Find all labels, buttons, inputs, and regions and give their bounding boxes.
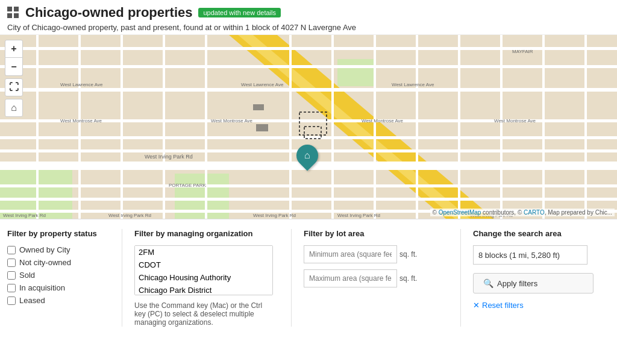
divider-1 <box>122 229 122 327</box>
reset-icon: ✕ <box>473 301 480 310</box>
zoom-out-button[interactable]: − <box>5 58 23 76</box>
svg-rect-28 <box>542 35 545 219</box>
max-area-unit: sq. ft. <box>399 274 417 283</box>
filter-panel: Filter by property status Owned by City … <box>0 219 617 336</box>
svg-text:West Lawrence Ave: West Lawrence Ave <box>60 82 103 87</box>
filter-org-section: Filter by managing organization 2FM CDOT… <box>134 229 279 327</box>
filter-search-title: Change the search area <box>473 229 594 238</box>
svg-rect-15 <box>0 198 617 201</box>
filter-area-title: Filter by lot area <box>304 229 448 238</box>
filter-org-title: Filter by managing organization <box>134 229 279 238</box>
status-leased-label: Leased <box>19 296 45 305</box>
min-area-unit: sq. ft. <box>399 250 417 259</box>
filter-status-title: Filter by property status <box>7 229 110 238</box>
home-marker-icon: ⌂ <box>304 150 310 161</box>
svg-rect-17 <box>36 35 39 219</box>
svg-text:PORTAGE PARK: PORTAGE PARK <box>169 183 206 188</box>
status-in-acquisition-checkbox[interactable] <box>7 284 16 292</box>
svg-rect-22 <box>289 35 292 219</box>
svg-text:West Irving Park Rd: West Irving Park Rd <box>3 213 46 218</box>
apply-filters-button[interactable]: 🔍 Apply filters <box>473 273 594 293</box>
svg-text:MAYFAIR: MAYFAIR <box>512 49 533 54</box>
svg-text:West Irving Park Rd: West Irving Park Rd <box>145 154 193 160</box>
svg-rect-49 <box>304 127 321 139</box>
zoom-in-button[interactable]: + <box>5 40 23 58</box>
svg-marker-5 <box>238 35 470 219</box>
page-title: Chicago-owned properties <box>25 5 192 20</box>
search-icon: 🔍 <box>483 278 493 288</box>
svg-rect-0 <box>0 35 617 219</box>
page-subtitle: City of Chicago-owned property, past and… <box>7 23 610 32</box>
svg-rect-21 <box>205 35 207 219</box>
svg-text:West Montrose Ave: West Montrose Ave <box>494 118 536 124</box>
map-attribution: © OpenStreetMap contributors, © CARTO, M… <box>430 209 615 216</box>
marker-pin: ⌂ <box>292 140 323 171</box>
status-leased-checkbox[interactable] <box>7 297 16 305</box>
svg-rect-14 <box>0 136 617 139</box>
svg-text:West Irving Park Rd: West Irving Park Rd <box>108 213 151 218</box>
apply-filters-label: Apply filters <box>497 279 537 288</box>
carto-link[interactable]: CARTO <box>524 209 545 216</box>
svg-rect-50 <box>256 124 268 131</box>
home-button[interactable]: ⌂ <box>5 99 23 117</box>
reset-filters-link[interactable]: ✕ Reset filters <box>473 301 594 310</box>
svg-text:West Irving Park Rd: West Irving Park Rd <box>337 213 380 218</box>
svg-rect-23 <box>331 35 334 219</box>
svg-rect-3 <box>337 59 374 86</box>
map-container[interactable]: West Irving Park Rd West Lawrence Ave We… <box>0 35 617 219</box>
svg-rect-26 <box>458 35 460 219</box>
svg-rect-13 <box>0 47 617 50</box>
status-owned-by-city[interactable]: Owned by City <box>7 245 110 254</box>
title-row: Chicago-owned properties updated with ne… <box>7 5 610 20</box>
svg-text:West Montrose Ave: West Montrose Ave <box>362 118 404 124</box>
filter-area-section: Filter by lot area sq. ft. sq. ft. <box>304 229 448 327</box>
svg-rect-29 <box>584 35 587 219</box>
status-in-acquisition[interactable]: In acquisition <box>7 283 110 292</box>
status-sold-label: Sold <box>19 271 35 280</box>
min-area-input[interactable] <box>304 245 397 263</box>
status-owned-by-city-checkbox[interactable] <box>7 246 16 254</box>
svg-rect-12 <box>0 65 617 68</box>
org-hint: Use the Command key (Mac) or the Ctrl ke… <box>134 301 273 327</box>
svg-text:West Irving Park Rd: West Irving Park Rd <box>253 213 296 218</box>
org-listbox[interactable]: 2FM CDOT Chicago Housing Authority Chica… <box>134 245 273 295</box>
org-option-2fm[interactable]: 2FM <box>135 246 272 259</box>
svg-rect-6 <box>0 88 617 92</box>
svg-text:West Lawrence Ave: West Lawrence Ave <box>241 82 284 87</box>
status-owned-by-city-label: Owned by City <box>19 245 70 254</box>
svg-marker-4 <box>229 35 494 219</box>
status-not-city-owned-label: Not city-owned <box>19 258 71 267</box>
fullscreen-button[interactable]: ⛶ <box>5 78 23 96</box>
org-option-cdot[interactable]: CDOT <box>135 259 272 271</box>
map-controls: + − ⛶ ⌂ <box>5 40 23 117</box>
svg-rect-7 <box>0 119 617 122</box>
svg-rect-2 <box>175 174 229 219</box>
filter-status-section: Filter by property status Owned by City … <box>7 229 110 327</box>
svg-rect-10 <box>0 184 617 187</box>
search-area-input[interactable]: 8 blocks (1 mi, 5,280 ft) <box>473 245 587 265</box>
svg-text:West Montrose Ave: West Montrose Ave <box>211 118 253 124</box>
divider-2 <box>291 229 292 327</box>
osm-link[interactable]: OpenStreetMap <box>439 209 481 216</box>
svg-rect-27 <box>500 35 503 219</box>
svg-rect-51 <box>253 104 264 110</box>
updated-badge: updated with new details <box>198 8 280 17</box>
divider-3 <box>460 229 461 327</box>
svg-rect-24 <box>374 35 376 219</box>
svg-rect-25 <box>416 35 418 219</box>
status-not-city-owned-checkbox[interactable] <box>7 259 16 267</box>
org-option-cpd[interactable]: Chicago Park District <box>135 284 272 295</box>
min-area-row: sq. ft. <box>304 245 448 263</box>
map-marker[interactable]: ⌂ <box>296 145 318 166</box>
status-not-city-owned[interactable]: Not city-owned <box>7 258 110 267</box>
org-option-cha[interactable]: Chicago Housing Authority <box>135 271 272 284</box>
status-sold-checkbox[interactable] <box>7 271 16 280</box>
svg-rect-18 <box>78 35 81 219</box>
max-area-input[interactable] <box>304 269 397 287</box>
filter-search-section: Change the search area 8 blocks (1 mi, 5… <box>473 229 594 327</box>
svg-rect-19 <box>121 35 123 219</box>
svg-rect-1 <box>0 168 72 219</box>
status-sold[interactable]: Sold <box>7 271 110 280</box>
status-leased[interactable]: Leased <box>7 296 110 305</box>
svg-text:West Montrose Ave: West Montrose Ave <box>60 118 102 124</box>
